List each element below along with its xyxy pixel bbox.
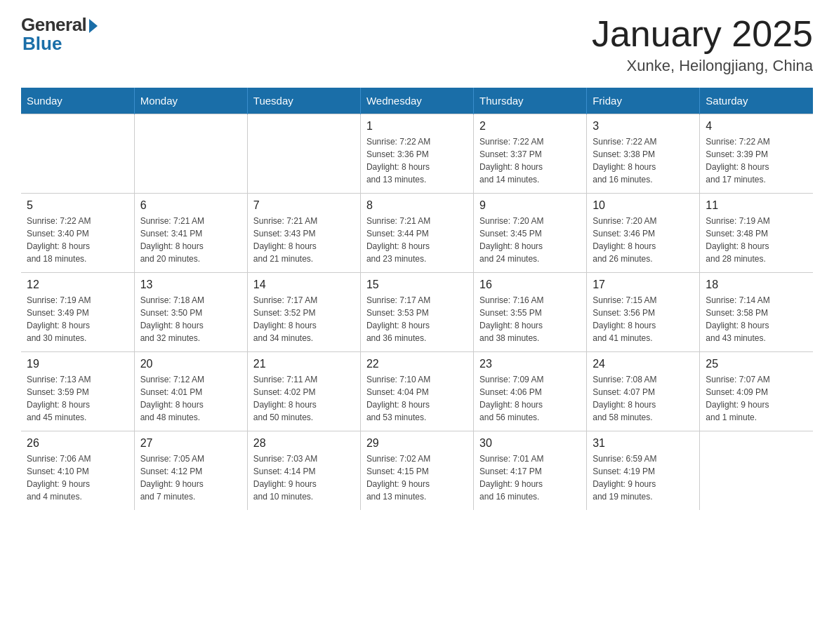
day-number: 5: [27, 199, 128, 212]
day-info: Sunrise: 7:03 AM Sunset: 4:14 PM Dayligh…: [253, 452, 355, 503]
day-info: Sunrise: 7:10 AM Sunset: 4:04 PM Dayligh…: [366, 373, 468, 424]
day-info: Sunrise: 7:21 AM Sunset: 3:41 PM Dayligh…: [140, 215, 241, 265]
day-number: 20: [140, 358, 241, 370]
day-number: 26: [27, 437, 128, 450]
logo-arrow-icon: [89, 19, 98, 33]
day-number: 22: [366, 358, 468, 370]
day-number: 31: [593, 437, 694, 450]
day-info: Sunrise: 7:05 AM Sunset: 4:12 PM Dayligh…: [140, 452, 241, 503]
calendar-cell: 9Sunrise: 7:20 AM Sunset: 3:45 PM Daylig…: [474, 194, 587, 273]
day-of-week-header: Tuesday: [247, 88, 360, 114]
day-info: Sunrise: 7:19 AM Sunset: 3:49 PM Dayligh…: [27, 294, 128, 344]
day-info: Sunrise: 7:06 AM Sunset: 4:10 PM Dayligh…: [27, 452, 128, 503]
day-number: 7: [253, 199, 355, 212]
day-number: 18: [706, 279, 807, 291]
calendar-cell: 28Sunrise: 7:03 AM Sunset: 4:14 PM Dayli…: [247, 431, 360, 511]
calendar-cell: 2Sunrise: 7:22 AM Sunset: 3:37 PM Daylig…: [474, 114, 587, 194]
day-info: Sunrise: 7:01 AM Sunset: 4:17 PM Dayligh…: [479, 452, 581, 503]
calendar-cell: 22Sunrise: 7:10 AM Sunset: 4:04 PM Dayli…: [360, 352, 473, 431]
calendar-cell: [247, 114, 360, 194]
calendar-cell: 5Sunrise: 7:22 AM Sunset: 3:40 PM Daylig…: [21, 194, 134, 273]
calendar-cell: 31Sunrise: 6:59 AM Sunset: 4:19 PM Dayli…: [587, 431, 700, 511]
calendar-cell: 19Sunrise: 7:13 AM Sunset: 3:59 PM Dayli…: [21, 352, 134, 431]
day-number: 17: [593, 279, 694, 291]
day-number: 19: [27, 358, 128, 370]
title-block: January 2025 Xunke, Heilongjiang, China: [592, 14, 813, 75]
calendar-week-row: 12Sunrise: 7:19 AM Sunset: 3:49 PM Dayli…: [21, 273, 813, 352]
calendar-cell: 8Sunrise: 7:21 AM Sunset: 3:44 PM Daylig…: [360, 194, 473, 273]
page-subtitle: Xunke, Heilongjiang, China: [592, 57, 813, 75]
day-info: Sunrise: 7:09 AM Sunset: 4:06 PM Dayligh…: [479, 373, 581, 424]
day-of-week-header: Thursday: [474, 88, 587, 114]
day-number: 13: [140, 279, 241, 291]
day-info: Sunrise: 7:19 AM Sunset: 3:48 PM Dayligh…: [706, 215, 807, 265]
day-info: Sunrise: 7:17 AM Sunset: 3:53 PM Dayligh…: [366, 294, 468, 344]
logo-blue-text: Blue: [21, 33, 62, 55]
calendar-cell: 29Sunrise: 7:02 AM Sunset: 4:15 PM Dayli…: [360, 431, 473, 511]
calendar-cell: 20Sunrise: 7:12 AM Sunset: 4:01 PM Dayli…: [134, 352, 247, 431]
day-info: Sunrise: 7:15 AM Sunset: 3:56 PM Dayligh…: [593, 294, 694, 344]
day-number: 23: [479, 358, 581, 370]
day-number: 1: [366, 120, 468, 133]
day-number: 3: [593, 120, 694, 133]
calendar-cell: 17Sunrise: 7:15 AM Sunset: 3:56 PM Dayli…: [587, 273, 700, 352]
day-number: 29: [366, 437, 468, 450]
calendar-header: SundayMondayTuesdayWednesdayThursdayFrid…: [21, 88, 813, 114]
calendar-cell: 30Sunrise: 7:01 AM Sunset: 4:17 PM Dayli…: [474, 431, 587, 511]
day-info: Sunrise: 7:22 AM Sunset: 3:40 PM Dayligh…: [27, 215, 128, 265]
day-number: 12: [27, 279, 128, 291]
calendar-cell: 25Sunrise: 7:07 AM Sunset: 4:09 PM Dayli…: [700, 352, 813, 431]
day-info: Sunrise: 7:22 AM Sunset: 3:38 PM Dayligh…: [593, 135, 694, 186]
day-number: 16: [479, 279, 581, 291]
calendar-cell: 6Sunrise: 7:21 AM Sunset: 3:41 PM Daylig…: [134, 194, 247, 273]
calendar-cell: [134, 114, 247, 194]
day-number: 4: [706, 120, 807, 133]
calendar-week-row: 19Sunrise: 7:13 AM Sunset: 3:59 PM Dayli…: [21, 352, 813, 431]
day-number: 21: [253, 358, 355, 370]
calendar-cell: 23Sunrise: 7:09 AM Sunset: 4:06 PM Dayli…: [474, 352, 587, 431]
day-number: 14: [253, 279, 355, 291]
calendar-cell: 18Sunrise: 7:14 AM Sunset: 3:58 PM Dayli…: [700, 273, 813, 352]
day-info: Sunrise: 7:12 AM Sunset: 4:01 PM Dayligh…: [140, 373, 241, 424]
day-info: Sunrise: 7:17 AM Sunset: 3:52 PM Dayligh…: [253, 294, 355, 344]
day-info: Sunrise: 7:22 AM Sunset: 3:36 PM Dayligh…: [366, 135, 468, 186]
calendar-cell: 14Sunrise: 7:17 AM Sunset: 3:52 PM Dayli…: [247, 273, 360, 352]
calendar-cell: 10Sunrise: 7:20 AM Sunset: 3:46 PM Dayli…: [587, 194, 700, 273]
calendar-cell: 13Sunrise: 7:18 AM Sunset: 3:50 PM Dayli…: [134, 273, 247, 352]
calendar-body: 1Sunrise: 7:22 AM Sunset: 3:36 PM Daylig…: [21, 114, 813, 511]
day-info: Sunrise: 7:21 AM Sunset: 3:43 PM Dayligh…: [253, 215, 355, 265]
day-info: Sunrise: 7:02 AM Sunset: 4:15 PM Dayligh…: [366, 452, 468, 503]
day-info: Sunrise: 7:14 AM Sunset: 3:58 PM Dayligh…: [706, 294, 807, 344]
days-of-week-row: SundayMondayTuesdayWednesdayThursdayFrid…: [21, 88, 813, 114]
calendar-cell: 3Sunrise: 7:22 AM Sunset: 3:38 PM Daylig…: [587, 114, 700, 194]
calendar-cell: 26Sunrise: 7:06 AM Sunset: 4:10 PM Dayli…: [21, 431, 134, 511]
day-number: 2: [479, 120, 581, 133]
calendar-table: SundayMondayTuesdayWednesdayThursdayFrid…: [21, 88, 813, 510]
day-info: Sunrise: 7:11 AM Sunset: 4:02 PM Dayligh…: [253, 373, 355, 424]
day-info: Sunrise: 7:20 AM Sunset: 3:45 PM Dayligh…: [479, 215, 581, 265]
day-info: Sunrise: 7:22 AM Sunset: 3:39 PM Dayligh…: [706, 135, 807, 186]
day-of-week-header: Saturday: [700, 88, 813, 114]
calendar-cell: 24Sunrise: 7:08 AM Sunset: 4:07 PM Dayli…: [587, 352, 700, 431]
day-number: 25: [706, 358, 807, 370]
day-number: 10: [593, 199, 694, 212]
logo: General Blue: [21, 14, 98, 55]
calendar-week-row: 1Sunrise: 7:22 AM Sunset: 3:36 PM Daylig…: [21, 114, 813, 194]
day-info: Sunrise: 7:20 AM Sunset: 3:46 PM Dayligh…: [593, 215, 694, 265]
day-number: 6: [140, 199, 241, 212]
calendar-week-row: 5Sunrise: 7:22 AM Sunset: 3:40 PM Daylig…: [21, 194, 813, 273]
day-number: 15: [366, 279, 468, 291]
day-of-week-header: Sunday: [21, 88, 134, 114]
day-number: 9: [479, 199, 581, 212]
calendar-cell: 11Sunrise: 7:19 AM Sunset: 3:48 PM Dayli…: [700, 194, 813, 273]
day-info: Sunrise: 7:07 AM Sunset: 4:09 PM Dayligh…: [706, 373, 807, 424]
calendar-cell: 1Sunrise: 7:22 AM Sunset: 3:36 PM Daylig…: [360, 114, 473, 194]
day-of-week-header: Wednesday: [360, 88, 473, 114]
day-number: 30: [479, 437, 581, 450]
calendar-cell: 15Sunrise: 7:17 AM Sunset: 3:53 PM Dayli…: [360, 273, 473, 352]
page-header: General Blue January 2025 Xunke, Heilong…: [21, 14, 813, 75]
day-of-week-header: Monday: [134, 88, 247, 114]
calendar-cell: 12Sunrise: 7:19 AM Sunset: 3:49 PM Dayli…: [21, 273, 134, 352]
day-info: Sunrise: 7:13 AM Sunset: 3:59 PM Dayligh…: [27, 373, 128, 424]
day-of-week-header: Friday: [587, 88, 700, 114]
